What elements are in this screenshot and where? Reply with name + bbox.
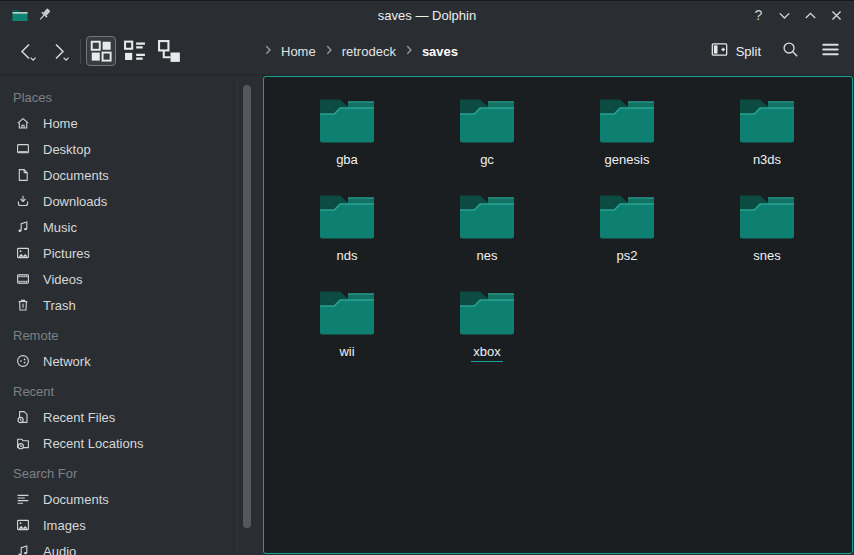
sidebar-item-recent-files[interactable]: Recent Files: [0, 404, 237, 430]
folder-icon: [737, 95, 797, 147]
folder-grid: gba gc genesis n3: [277, 87, 843, 375]
sidebar-scrollbar-track[interactable]: [237, 76, 256, 555]
music-note-icon: [15, 219, 31, 235]
compact-view-button[interactable]: [120, 36, 150, 66]
window-title: saves — Dolphin: [0, 1, 854, 29]
chevron-right-icon: [262, 44, 274, 59]
folder-wii[interactable]: wii: [277, 279, 417, 375]
sidebar-item-documents[interactable]: Documents: [0, 162, 237, 188]
folder-icon: [457, 191, 517, 243]
toolbar: Home retrodeck saves Split: [0, 28, 854, 76]
hamburger-menu-button[interactable]: [820, 39, 841, 64]
folder-icon: [317, 287, 377, 339]
minimize-button[interactable]: [776, 7, 793, 24]
folder-icon: [597, 191, 657, 243]
download-icon: [15, 193, 31, 209]
sidebar-item-downloads[interactable]: Downloads: [0, 188, 237, 214]
maximize-button[interactable]: [802, 7, 819, 24]
sidebar-section-header: Remote: [0, 322, 237, 348]
folder-ps2[interactable]: ps2: [557, 183, 697, 279]
toolbar-right-group: Split: [710, 28, 841, 74]
text-lines-icon: [15, 491, 31, 507]
chevron-right-icon: [323, 44, 335, 59]
sidebar-item-label: Documents: [43, 168, 109, 183]
search-button[interactable]: [780, 39, 801, 64]
sidebar-item-audio[interactable]: Audio: [0, 538, 237, 555]
folder-n3ds[interactable]: n3ds: [697, 87, 837, 183]
sidebar-item-recent-locations[interactable]: Recent Locations: [0, 430, 237, 456]
sidebar-item-label: Images: [43, 518, 86, 533]
folder-icon: [457, 95, 517, 147]
sidebar-item-label: Music: [43, 220, 77, 235]
folder-label: nes: [477, 248, 498, 263]
image-icon: [15, 517, 31, 533]
sidebar-item-trash[interactable]: Trash: [0, 292, 237, 318]
folder-icon: [317, 95, 377, 147]
sidebar-item-label: Documents: [43, 492, 109, 507]
sidebar-item-label: Trash: [43, 298, 76, 313]
folder-label: nds: [337, 248, 358, 263]
sidebar-item-documents[interactable]: Documents: [0, 486, 237, 512]
places-list: Places Home Desktop Documents Downloads: [0, 80, 237, 555]
sidebar-item-home[interactable]: Home: [0, 110, 237, 136]
titlebar: saves — Dolphin ?: [0, 0, 854, 28]
sidebar-item-label: Network: [43, 354, 91, 369]
folder-label: n3ds: [753, 152, 781, 167]
split-view-icon: [710, 40, 729, 62]
sidebar-item-desktop[interactable]: Desktop: [0, 136, 237, 162]
help-button[interactable]: ?: [750, 7, 767, 24]
split-label: Split: [736, 44, 761, 59]
sidebar-section-header: Places: [0, 84, 237, 110]
places-panel: Places Home Desktop Documents Downloads: [0, 76, 256, 555]
sidebar-scrollbar-thumb[interactable]: [243, 85, 251, 528]
folder-icon: [317, 191, 377, 243]
image-icon: [15, 245, 31, 261]
window-controls: ?: [750, 1, 845, 29]
breadcrumb-retrodeck[interactable]: retrodeck: [342, 44, 396, 59]
sidebar-item-images[interactable]: Images: [0, 512, 237, 538]
home-icon: [15, 115, 31, 131]
sidebar-section-header: Recent: [0, 378, 237, 404]
sidebar-item-label: Recent Locations: [43, 436, 143, 451]
film-icon: [15, 271, 31, 287]
back-button[interactable]: [12, 36, 42, 66]
sidebar-item-music[interactable]: Music: [0, 214, 237, 240]
sidebar-item-label: Downloads: [43, 194, 107, 209]
chevron-right-icon: [403, 44, 415, 59]
split-button[interactable]: Split: [710, 40, 761, 62]
folder-xbox[interactable]: xbox: [417, 279, 557, 375]
tree-view-button[interactable]: [154, 36, 184, 66]
icons-view-button[interactable]: [86, 36, 116, 66]
sidebar-item-network[interactable]: Network: [0, 348, 237, 374]
close-button[interactable]: [828, 7, 845, 24]
sidebar-item-videos[interactable]: Videos: [0, 266, 237, 292]
folder-label: wii: [339, 344, 354, 359]
folder-icon: [597, 95, 657, 147]
document-icon: [15, 167, 31, 183]
sidebar-item-pictures[interactable]: Pictures: [0, 240, 237, 266]
sidebar-item-label: Pictures: [43, 246, 90, 261]
sidebar-section-header: Search For: [0, 460, 237, 486]
trash-icon: [15, 297, 31, 313]
recent-locations-icon: [15, 435, 31, 451]
toolbar-separator: [80, 39, 81, 64]
folder-label: genesis: [605, 152, 650, 167]
folder-view[interactable]: gba gc genesis n3: [263, 76, 853, 554]
desktop-icon: [15, 141, 31, 157]
folder-label: xbox: [471, 344, 502, 362]
folder-genesis[interactable]: genesis: [557, 87, 697, 183]
sidebar-item-label: Audio: [43, 544, 76, 555]
folder-gba[interactable]: gba: [277, 87, 417, 183]
folder-nes[interactable]: nes: [417, 183, 557, 279]
sidebar-item-label: Recent Files: [43, 410, 115, 425]
music-note-icon: [15, 543, 31, 555]
sidebar-item-label: Desktop: [43, 142, 91, 157]
folder-gc[interactable]: gc: [417, 87, 557, 183]
breadcrumb-home[interactable]: Home: [281, 44, 316, 59]
recent-files-icon: [15, 409, 31, 425]
folder-nds[interactable]: nds: [277, 183, 417, 279]
folder-snes[interactable]: snes: [697, 183, 837, 279]
forward-button[interactable]: [44, 36, 74, 66]
folder-label: gba: [336, 152, 358, 167]
breadcrumb-current[interactable]: saves: [422, 44, 458, 59]
